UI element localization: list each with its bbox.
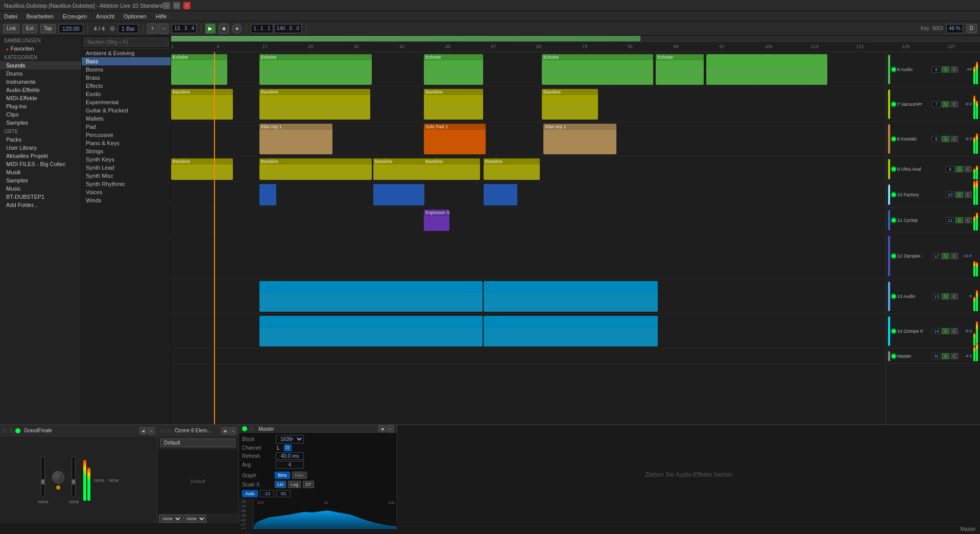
sidebar-item-instrumente[interactable]: Instrumente (0, 78, 81, 86)
mixer-led-1[interactable] (892, 102, 896, 106)
link-button[interactable]: Link (3, 24, 19, 33)
clip-4-3[interactable] (484, 184, 517, 205)
gf-fader-right[interactable] (71, 456, 76, 497)
gf-knob[interactable] (52, 471, 64, 483)
minimize-button[interactable]: – (163, 2, 170, 9)
metronome-indicator[interactable] (110, 26, 115, 31)
clip-2-2[interactable]: Klav Arp 1 (543, 124, 616, 154)
browser-item-14[interactable]: Synth Lead (82, 164, 171, 172)
bins-button[interactable]: Bins (275, 472, 290, 479)
clip-0-3[interactable]: Echolot (542, 54, 653, 85)
browser-item-7[interactable]: Guitar & Plucked (82, 106, 171, 114)
gf-power-led[interactable] (2, 428, 7, 433)
auto-button[interactable]: Auto (242, 490, 258, 497)
mixer-led-3[interactable] (892, 167, 896, 171)
mixer-s-btn-3[interactable]: S (955, 166, 963, 172)
clip-3-1[interactable]: Bassline (259, 158, 372, 180)
tap-button[interactable]: Tap (40, 24, 56, 33)
browser-item-18[interactable]: Winds (82, 196, 171, 204)
clip-0-4[interactable]: Echolot (656, 54, 704, 85)
mixer-led-5[interactable] (892, 218, 896, 222)
menu-datei[interactable]: Datei (3, 13, 18, 19)
clip-1-1[interactable]: Bassline (259, 89, 371, 120)
mixer-s-btn-9[interactable]: S (942, 353, 949, 359)
mixer-s-btn-0[interactable]: S (942, 66, 949, 73)
mixer-s-btn-7[interactable]: S (942, 293, 949, 299)
sidebar-item-clips[interactable]: Clips (0, 110, 81, 119)
clip-3-4[interactable]: Bassline (424, 158, 480, 180)
clip-8-0[interactable] (259, 316, 483, 346)
clip-2-0[interactable]: Klav Arp 1 (259, 124, 332, 154)
channel-r[interactable]: R (284, 445, 292, 451)
clip-0-2[interactable]: Echolot (424, 54, 483, 85)
arrow-button[interactable]: → (158, 24, 169, 34)
search-input[interactable] (84, 38, 169, 47)
browser-item-11[interactable]: Piano & Keys (82, 139, 171, 147)
mixer-c-btn-5[interactable]: C (965, 217, 972, 223)
sidebar-item-samples[interactable]: Samples (0, 119, 81, 127)
mixer-s-btn-1[interactable]: S (942, 101, 949, 107)
clip-1-0[interactable]: Bassline (171, 89, 233, 120)
clip-0-1[interactable]: Echolot (259, 54, 372, 85)
clip-2-1[interactable]: Solo Part 1 (424, 124, 486, 154)
sidebar-item-plug-ins[interactable]: Plug-Ins (0, 102, 81, 110)
clip-0-5[interactable] (706, 54, 827, 85)
sidebar-item-favorites[interactable]: Favoriten (0, 44, 81, 53)
browser-item-15[interactable]: Synth Misc (82, 172, 171, 180)
sidebar-item-packs[interactable]: Packs (0, 135, 81, 144)
sidebar-item-sounds[interactable]: Sounds (0, 61, 81, 69)
mixer-c-btn-9[interactable]: C (951, 353, 959, 359)
ozone-settings-btn[interactable]: × (229, 427, 236, 434)
mixer-c-btn-3[interactable]: C (965, 166, 972, 172)
ozone-preset[interactable]: Default (160, 438, 235, 447)
mixer-led-8[interactable] (892, 329, 896, 333)
clip-1-3[interactable]: Bassline (542, 89, 598, 120)
browser-item-0[interactable]: Ambient & Evolving (82, 49, 171, 57)
stop-button[interactable]: ■ (219, 24, 229, 34)
close-button[interactable]: × (183, 2, 190, 9)
bpm-display[interactable]: 120.00 (59, 24, 83, 33)
browser-item-2[interactable]: Booms (82, 65, 171, 74)
clip-8-1[interactable] (484, 316, 658, 346)
mixer-led-2[interactable] (892, 137, 896, 141)
spectrum-rec-led[interactable] (249, 426, 254, 431)
d-button[interactable]: D (966, 24, 977, 33)
gf-fader-left[interactable] (41, 456, 45, 497)
mixer-c-btn-7[interactable]: C (951, 293, 959, 299)
sidebar-item-samples-place[interactable]: Samples (0, 176, 81, 184)
menu-optionen[interactable]: Optionen (123, 13, 148, 19)
mixer-led-7[interactable] (892, 294, 896, 298)
lin-button[interactable]: Lin (275, 481, 286, 488)
browser-item-5[interactable]: Exotic (82, 90, 171, 98)
sidebar-item-music[interactable]: Music (0, 184, 81, 193)
mixer-led-9[interactable] (892, 354, 896, 358)
browser-item-6[interactable]: Experimental (82, 98, 171, 106)
clip-0-0[interactable]: Echolot (171, 54, 227, 85)
mixer-s-btn-2[interactable]: S (942, 136, 949, 142)
spectrum-settings-btn[interactable]: × (387, 425, 394, 432)
browser-item-12[interactable]: Strings (82, 147, 171, 155)
ozone-select-l[interactable]: none (159, 515, 182, 523)
clip-4-2[interactable] (399, 184, 425, 205)
mixer-led-0[interactable] (892, 67, 896, 72)
sidebar-item-midi-files[interactable]: MIDI FILES - Big Collec (0, 160, 81, 168)
key-label[interactable]: Key (921, 26, 929, 31)
sidebar-item-add-folder[interactable]: Add Folder... (0, 201, 81, 209)
log-button[interactable]: Log (288, 481, 301, 488)
clip-3-6[interactable]: Bassline (484, 158, 540, 180)
mixer-led-6[interactable] (892, 254, 896, 258)
mixer-c-btn-1[interactable]: C (951, 101, 959, 107)
max-button[interactable]: Max (292, 472, 307, 479)
loop-end[interactable]: 140 . 0 . 0 (274, 24, 302, 33)
position-display[interactable]: 13 . 3 . 4 (172, 24, 197, 33)
bar-display[interactable]: 1 Bar (118, 24, 138, 33)
range-min[interactable]: -13 (260, 490, 274, 497)
browser-item-1[interactable]: Bass (82, 57, 171, 65)
sidebar-item-aktuelles-projekt[interactable]: Aktuelles Projekt (0, 152, 81, 160)
sidebar-item-musik[interactable]: Musik (0, 168, 81, 176)
clip-3-0[interactable]: Bassline (171, 158, 233, 180)
menu-hilfe[interactable]: Hilfe (155, 13, 168, 19)
menu-bearbeiten[interactable]: Bearbeiten (26, 13, 55, 19)
browser-item-8[interactable]: Mallets (82, 114, 171, 123)
clip-1-2[interactable]: Bassline (424, 89, 483, 120)
